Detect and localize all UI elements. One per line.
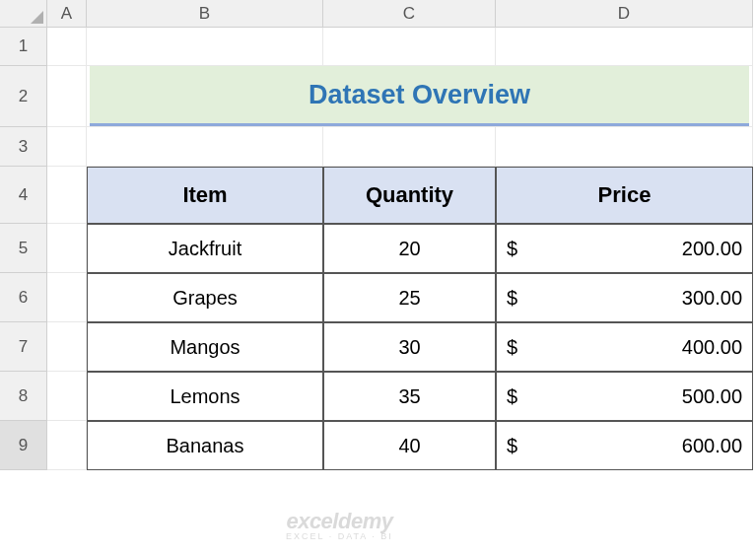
price-value: 400.00 bbox=[682, 336, 742, 359]
header-price[interactable]: Price bbox=[496, 167, 753, 224]
cell-a4[interactable] bbox=[47, 167, 87, 224]
cell-a3[interactable] bbox=[47, 127, 87, 167]
quantity-0[interactable]: 20 bbox=[323, 224, 496, 273]
item-1[interactable]: Grapes bbox=[87, 273, 323, 322]
cell-b1[interactable] bbox=[87, 28, 323, 66]
row-head-2[interactable]: 2 bbox=[0, 66, 47, 127]
row-head-6[interactable]: 6 bbox=[0, 273, 47, 322]
price-value: 500.00 bbox=[682, 385, 742, 408]
currency-symbol: $ bbox=[507, 336, 517, 359]
price-0[interactable]: $ 200.00 bbox=[496, 224, 753, 273]
cell-c3[interactable] bbox=[323, 127, 496, 167]
watermark: exceldemy EXCEL · DATA · BI bbox=[286, 511, 393, 541]
item-0[interactable]: Jackfruit bbox=[87, 224, 323, 273]
row-head-1[interactable]: 1 bbox=[0, 28, 47, 66]
currency-symbol: $ bbox=[507, 435, 517, 457]
title-merged-cell[interactable]: Dataset Overview bbox=[87, 66, 753, 127]
spreadsheet-grid: A B C D 1 2 Dataset Overview 3 4 Item Qu… bbox=[0, 0, 756, 470]
price-value: 600.00 bbox=[682, 435, 742, 457]
row-head-8[interactable]: 8 bbox=[0, 372, 47, 421]
price-2[interactable]: $ 400.00 bbox=[496, 322, 753, 372]
currency-symbol: $ bbox=[507, 385, 517, 408]
currency-symbol: $ bbox=[507, 287, 517, 310]
item-3[interactable]: Lemons bbox=[87, 372, 323, 421]
cell-d3[interactable] bbox=[496, 127, 753, 167]
col-head-b[interactable]: B bbox=[87, 0, 323, 28]
col-head-c[interactable]: C bbox=[323, 0, 496, 28]
quantity-2[interactable]: 30 bbox=[323, 322, 496, 372]
cell-d1[interactable] bbox=[496, 28, 753, 66]
cell-c1[interactable] bbox=[323, 28, 496, 66]
cell-a8[interactable] bbox=[47, 372, 87, 421]
select-all-corner[interactable] bbox=[0, 0, 47, 28]
item-2[interactable]: Mangos bbox=[87, 322, 323, 372]
row-head-4[interactable]: 4 bbox=[0, 167, 47, 224]
header-item[interactable]: Item bbox=[87, 167, 323, 224]
quantity-3[interactable]: 35 bbox=[323, 372, 496, 421]
col-head-d[interactable]: D bbox=[496, 0, 753, 28]
row-head-9[interactable]: 9 bbox=[0, 421, 47, 470]
cell-a2[interactable] bbox=[47, 66, 87, 127]
row-head-5[interactable]: 5 bbox=[0, 224, 47, 273]
currency-symbol: $ bbox=[507, 238, 517, 260]
cell-b3[interactable] bbox=[87, 127, 323, 167]
price-4[interactable]: $ 600.00 bbox=[496, 421, 753, 470]
cell-a6[interactable] bbox=[47, 273, 87, 322]
price-3[interactable]: $ 500.00 bbox=[496, 372, 753, 421]
cell-a5[interactable] bbox=[47, 224, 87, 273]
price-value: 300.00 bbox=[682, 287, 742, 310]
row-head-7[interactable]: 7 bbox=[0, 322, 47, 372]
price-1[interactable]: $ 300.00 bbox=[496, 273, 753, 322]
page-title: Dataset Overview bbox=[90, 66, 749, 126]
cell-a9[interactable] bbox=[47, 421, 87, 470]
row-head-3[interactable]: 3 bbox=[0, 127, 47, 167]
price-value: 200.00 bbox=[682, 238, 742, 260]
quantity-4[interactable]: 40 bbox=[323, 421, 496, 470]
col-head-a[interactable]: A bbox=[47, 0, 87, 28]
cell-a1[interactable] bbox=[47, 28, 87, 66]
watermark-line1: exceldemy bbox=[286, 511, 393, 532]
item-4[interactable]: Bananas bbox=[87, 421, 323, 470]
watermark-line2: EXCEL · DATA · BI bbox=[286, 532, 393, 541]
quantity-1[interactable]: 25 bbox=[323, 273, 496, 322]
cell-a7[interactable] bbox=[47, 322, 87, 372]
header-quantity[interactable]: Quantity bbox=[323, 167, 496, 224]
